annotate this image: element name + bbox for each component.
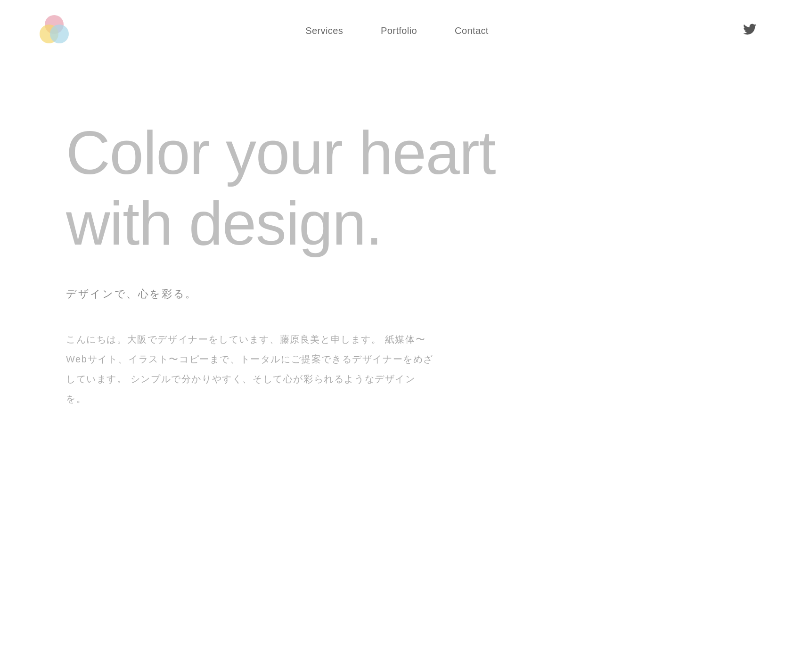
nav-services[interactable]: Services — [305, 25, 343, 36]
hero-heading-line1: Color your heart — [66, 118, 495, 187]
site-header: Services Portfolio Contact — [0, 0, 794, 61]
main-nav: Services Portfolio Contact — [305, 25, 489, 36]
main-content: Color your heart with design. デザインで、心を彩る… — [0, 61, 794, 446]
hero-tagline: デザインで、心を彩る。 — [66, 287, 728, 301]
twitter-icon[interactable] — [743, 23, 756, 39]
logo[interactable] — [38, 14, 71, 47]
hero-description: こんにちは。大阪でデザイナーをしています、藤原良美と申します。 紙媒体〜Webサ… — [66, 329, 434, 409]
hero-heading-line2: with design. — [66, 189, 382, 258]
nav-contact[interactable]: Contact — [455, 25, 489, 36]
hero-heading: Color your heart with design. — [66, 118, 728, 259]
svg-point-2 — [50, 25, 69, 43]
nav-portfolio[interactable]: Portfolio — [381, 25, 417, 36]
